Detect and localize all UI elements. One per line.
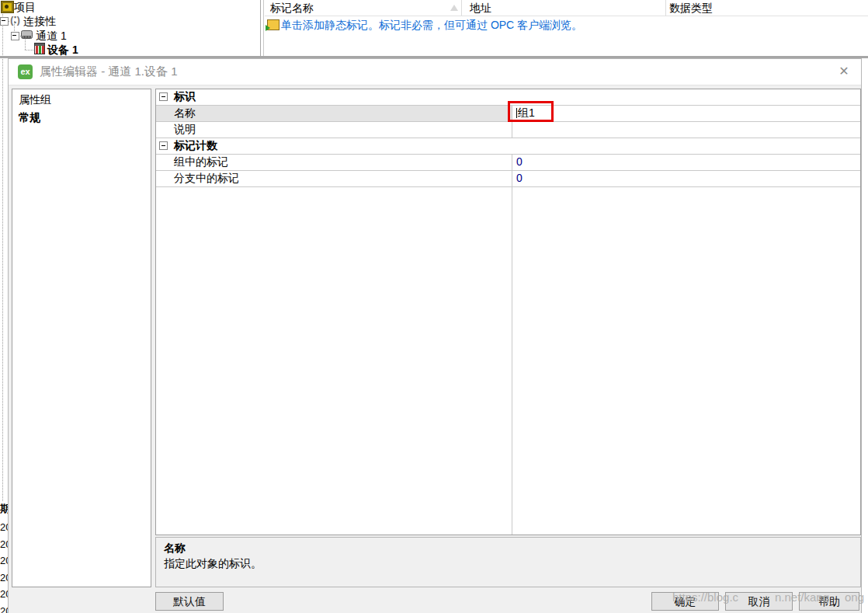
collapse-icon[interactable]	[0, 17, 9, 26]
collapse-icon[interactable]	[159, 141, 168, 150]
property-row-tags-in-branch[interactable]: 分支中的标记 0	[156, 171, 860, 187]
ok-button[interactable]: 确定	[651, 592, 719, 611]
tree-item-channel1[interactable]: 通道 1	[36, 29, 67, 43]
column-header-tag-name[interactable]: 标记名称	[270, 2, 314, 16]
add-tag-icon[interactable]	[267, 19, 279, 30]
property-grid-empty-area	[156, 187, 860, 535]
description-title: 名称	[164, 542, 852, 556]
property-grid: 标识 名称 组1 说明 标记计数 组中的标记 0 分支中的标记 0	[155, 89, 861, 535]
close-icon[interactable]: ✕	[836, 64, 852, 79]
property-row-tags-in-group[interactable]: 组中的标记 0	[156, 155, 860, 171]
tree-guide-line	[2, 9, 3, 501]
cancel-button[interactable]: 取消	[725, 592, 793, 611]
dialog-titlebar[interactable]: ex 属性编辑器 - 通道 1.设备 1 ✕	[9, 59, 861, 85]
column-divider[interactable]	[461, 0, 462, 16]
pane-splitter	[263, 0, 264, 57]
tree-guide-line	[25, 50, 33, 51]
description-text: 指定此对象的标识。	[164, 557, 852, 571]
defaults-button[interactable]: 默认值	[155, 592, 224, 611]
pane-splitter[interactable]	[260, 0, 261, 57]
text-caret	[516, 108, 517, 118]
project-icon	[1, 1, 14, 13]
property-label: 名称	[156, 106, 512, 121]
tree-item-connectivity[interactable]: 连接性	[23, 14, 56, 28]
column-header-data-type[interactable]: 数据类型	[669, 2, 713, 16]
property-label: 组中的标记	[156, 155, 512, 170]
property-label: 说明	[156, 122, 512, 138]
help-button[interactable]: 帮助	[799, 592, 859, 611]
property-group-panel: 属性组 常规	[12, 89, 151, 587]
name-value: 组1	[518, 106, 535, 119]
device-icon	[34, 43, 46, 54]
screen: (⁚) 项目 连接性 通道 1 设备 1	[0, 0, 868, 613]
property-group-item-general[interactable]: 常规	[12, 109, 151, 127]
channel-icon	[21, 30, 33, 40]
column-header-address[interactable]: 地址	[470, 2, 491, 16]
tags-in-branch-value: 0	[512, 171, 860, 186]
group-row-tag-counts[interactable]: 标记计数	[156, 138, 860, 155]
connectivity-icon: (⁚)	[9, 15, 21, 26]
column-divider[interactable]	[665, 0, 666, 16]
property-row-name[interactable]: 名称 组1	[156, 106, 860, 122]
description-panel: 名称 指定此对象的标识。	[155, 537, 861, 587]
add-static-tag-hint[interactable]: 单击添加静态标记。标记非必需，但可通过 OPC 客户端浏览。	[281, 19, 582, 33]
name-value-cell[interactable]: 组1	[512, 106, 860, 121]
tags-in-group-value: 0	[512, 155, 860, 170]
property-editor-dialog: ex 属性编辑器 - 通道 1.设备 1 ✕ 属性组 常规 标识 名称 组1 说…	[8, 58, 862, 613]
header-underline	[265, 16, 868, 16]
description-value-cell[interactable]	[512, 122, 860, 138]
collapse-icon[interactable]	[11, 32, 19, 40]
property-label: 分支中的标记	[156, 171, 512, 186]
collapse-icon[interactable]	[159, 92, 168, 101]
tree-item-project[interactable]: 项目	[14, 0, 36, 14]
group-row-identification[interactable]: 标识	[156, 89, 860, 106]
dialog-title: 属性编辑器 - 通道 1.设备 1	[40, 64, 178, 79]
property-row-description[interactable]: 说明	[156, 122, 860, 138]
tree-item-device1[interactable]: 设备 1	[47, 43, 78, 57]
property-group-header: 属性组	[12, 89, 151, 109]
app-icon: ex	[18, 64, 33, 79]
sort-ascending-icon	[450, 5, 458, 11]
